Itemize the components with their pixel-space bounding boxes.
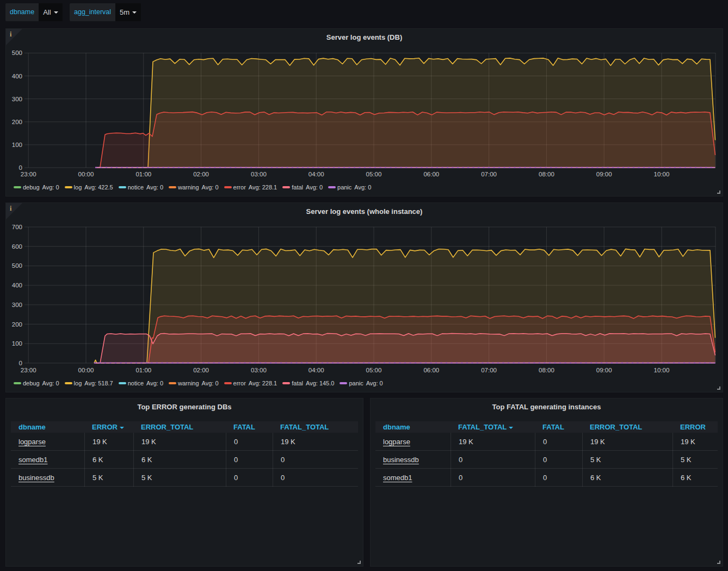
svg-text:00:00: 00:00: [78, 367, 94, 373]
svg-text:400: 400: [12, 73, 22, 79]
svg-text:400: 400: [12, 282, 22, 288]
svg-text:01:00: 01:00: [135, 171, 151, 177]
svg-text:09:00: 09:00: [596, 171, 612, 177]
svg-text:08:00: 08:00: [539, 367, 554, 373]
svg-text:03:00: 03:00: [251, 171, 267, 177]
svg-text:600: 600: [12, 243, 22, 250]
svg-text:0: 0: [19, 164, 22, 171]
svg-text:06:00: 06:00: [423, 171, 439, 177]
svg-text:02:00: 02:00: [193, 367, 209, 373]
svg-text:08:00: 08:00: [539, 171, 554, 177]
svg-text:10:00: 10:00: [654, 171, 670, 177]
svg-text:02:00: 02:00: [193, 171, 209, 177]
svg-text:23:00: 23:00: [21, 367, 36, 373]
svg-text:05:00: 05:00: [366, 367, 382, 373]
svg-text:10:00: 10:00: [654, 367, 670, 373]
svg-text:100: 100: [12, 340, 22, 347]
svg-text:07:00: 07:00: [481, 367, 497, 373]
svg-text:100: 100: [12, 142, 22, 148]
svg-text:300: 300: [12, 302, 22, 308]
svg-text:01:00: 01:00: [135, 367, 151, 373]
svg-text:200: 200: [12, 119, 22, 125]
svg-text:09:00: 09:00: [596, 367, 612, 373]
svg-text:500: 500: [12, 50, 22, 56]
svg-text:03:00: 03:00: [251, 367, 267, 373]
svg-text:06:00: 06:00: [423, 367, 439, 373]
svg-text:0: 0: [19, 360, 22, 366]
svg-text:300: 300: [12, 96, 22, 102]
svg-text:04:00: 04:00: [309, 367, 324, 373]
svg-text:700: 700: [12, 224, 22, 230]
svg-text:200: 200: [12, 321, 22, 328]
svg-text:04:00: 04:00: [309, 171, 324, 177]
svg-text:500: 500: [12, 262, 22, 269]
svg-text:05:00: 05:00: [366, 171, 382, 177]
svg-text:07:00: 07:00: [481, 171, 497, 177]
svg-text:00:00: 00:00: [78, 171, 94, 177]
svg-text:23:00: 23:00: [21, 171, 36, 177]
